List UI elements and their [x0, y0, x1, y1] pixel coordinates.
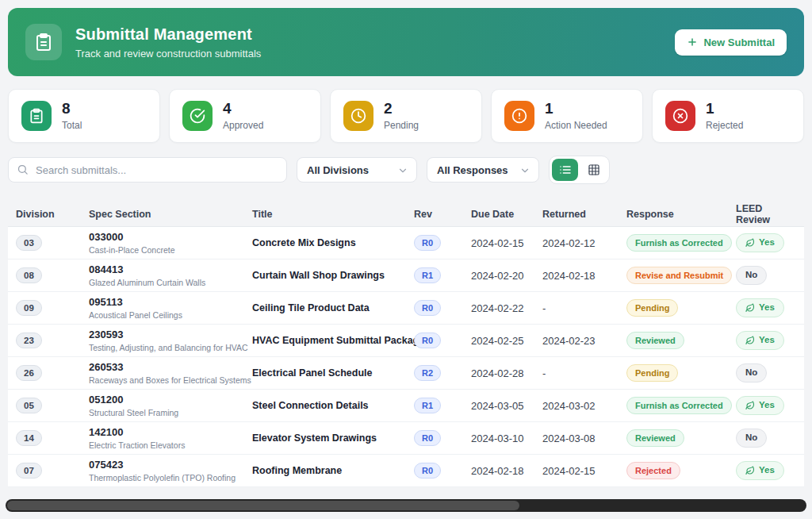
response-badge: Reviewed [626, 429, 684, 447]
stat-value: 8 [62, 101, 82, 117]
division-badge: 03 [16, 235, 42, 251]
table-row[interactable]: 26260533Raceways and Boxes for Electrica… [8, 357, 804, 390]
leaf-icon [745, 336, 755, 345]
clipboard-icon [21, 101, 52, 131]
spec-description: Raceways and Boxes for Electrical System… [89, 375, 252, 385]
response-badge: Rejected [626, 462, 680, 479]
rev-cell: R0 [414, 333, 471, 348]
new-submittal-label: New Submittal [703, 37, 775, 48]
leed-cell: Yes [736, 298, 796, 317]
returned-date: - [542, 367, 626, 379]
division-badge: 26 [16, 365, 42, 381]
revision-badge: R0 [414, 333, 441, 348]
table-row[interactable]: 05051200Structural Steel FramingSteel Co… [8, 390, 804, 422]
returned-date: 2024-02-18 [542, 270, 626, 282]
spec-description: Structural Steel Framing [89, 408, 252, 417]
spec-description: Electric Traction Elevators [89, 440, 252, 450]
x-circle-icon [665, 101, 695, 131]
division-badge: 07 [16, 463, 42, 479]
due-date: 2024-03-10 [471, 432, 542, 444]
table-row[interactable]: 03033000Cast-in-Place ConcreteConcrete M… [8, 227, 804, 260]
leed-cell: Yes [736, 461, 796, 480]
new-submittal-button[interactable]: New Submittal [675, 29, 787, 56]
table-row[interactable]: 08084413Glazed Aluminum Curtain WallsCur… [8, 260, 804, 292]
horizontal-scrollbar[interactable] [6, 499, 806, 512]
returned-date: 2024-02-15 [542, 465, 626, 477]
stat-text: 8Total [62, 101, 82, 131]
filter-bar: All Divisions All Responses [8, 156, 804, 184]
response-badge: Pending [626, 299, 678, 317]
stat-text: 1Action Needed [545, 101, 607, 131]
table-row[interactable]: 23230593Testing, Adjusting, and Balancin… [8, 325, 804, 357]
submittal-title: Elevator System Drawings [252, 432, 414, 444]
stat-label: Pending [384, 120, 419, 131]
stat-card-rejected: 1Rejected [652, 89, 804, 143]
table-row[interactable]: 14142100Electric Traction ElevatorsEleva… [8, 422, 804, 455]
stat-card-action-needed: 1Action Needed [491, 89, 643, 143]
due-date: 2024-02-20 [471, 270, 542, 282]
response-cell: Revise and Resubmit [626, 267, 736, 284]
submittal-title: Curtain Wall Shop Drawings [252, 270, 414, 281]
division-filter-select[interactable]: All Divisions [297, 157, 417, 183]
leaf-icon [745, 466, 755, 475]
table-body: 03033000Cast-in-Place ConcreteConcrete M… [8, 227, 804, 487]
leed-badge: Yes [736, 461, 784, 480]
stat-text: 2Pending [384, 101, 419, 131]
leed-badge: Yes [736, 331, 784, 350]
response-filter-select[interactable]: All Responses [427, 157, 539, 183]
chevron-down-icon [519, 165, 530, 176]
plus-icon [687, 37, 698, 48]
search-icon [17, 163, 29, 175]
response-cell: Rejected [626, 462, 736, 479]
division-badge: 05 [16, 398, 42, 413]
clock-icon [343, 101, 373, 131]
spec-description: Cast-in-Place Concrete [89, 245, 252, 255]
division-cell: 03 [16, 235, 89, 251]
view-mode-toggle [549, 156, 610, 184]
page-header-banner: Submittal Management Track and review co… [8, 8, 804, 76]
due-date: 2024-02-28 [471, 367, 542, 379]
division-filter-value: All Divisions [307, 164, 369, 176]
due-date: 2024-02-18 [471, 465, 542, 477]
response-badge: Furnish as Corrected [626, 397, 732, 414]
submittal-title: Concrete Mix Designs [252, 237, 414, 248]
stat-text: 4Approved [223, 101, 263, 131]
table-row[interactable]: 07075423Thermoplastic Polyolefin (TPO) R… [8, 455, 804, 487]
due-date: 2024-03-05 [471, 400, 542, 412]
submittal-management-page: Submittal Management Track and review co… [0, 0, 812, 487]
leed-badge: No [736, 363, 767, 383]
response-cell: Reviewed [626, 332, 736, 349]
grid-icon [588, 163, 600, 176]
table-header-row: DivisionSpec SectionTitleRevDue DateRetu… [8, 202, 804, 227]
due-date: 2024-02-22 [471, 302, 542, 314]
scrollbar-thumb[interactable] [7, 501, 519, 510]
leed-badge: Yes [736, 396, 784, 415]
search-input[interactable] [8, 157, 287, 183]
leed-cell: Yes [736, 233, 796, 252]
grid-view-button[interactable] [580, 159, 607, 181]
stat-text: 1Rejected [706, 101, 743, 131]
stat-value: 4 [223, 101, 263, 117]
submittal-title: Steel Connection Details [252, 400, 414, 411]
response-cell: Furnish as Corrected [626, 234, 736, 252]
submittal-title: HVAC Equipment Submittal Package [252, 335, 414, 346]
leaf-icon [745, 238, 755, 248]
leed-badge: No [736, 266, 767, 285]
spec-section-cell: 095113Acoustical Panel Ceilings [89, 296, 252, 319]
response-cell: Furnish as Corrected [626, 397, 736, 414]
revision-badge: R0 [414, 300, 441, 316]
response-cell: Pending [626, 364, 736, 382]
response-badge: Furnish as Corrected [626, 234, 732, 252]
leed-cell: Yes [736, 331, 796, 350]
column-header-title: Title [252, 209, 414, 220]
table-row[interactable]: 09095113Acoustical Panel CeilingsCeiling… [8, 292, 804, 325]
rev-cell: R1 [414, 267, 471, 283]
banner-text: Submittal Management Track and review co… [75, 25, 261, 60]
list-view-button[interactable] [552, 159, 578, 181]
returned-date: 2024-03-02 [542, 400, 626, 412]
spec-section-cell: 075423Thermoplastic Polyolefin (TPO) Roo… [89, 459, 252, 482]
stat-card-pending: 2Pending [330, 89, 482, 143]
chevron-down-icon [397, 165, 408, 176]
response-cell: Reviewed [626, 429, 736, 447]
rev-cell: R0 [414, 235, 471, 251]
